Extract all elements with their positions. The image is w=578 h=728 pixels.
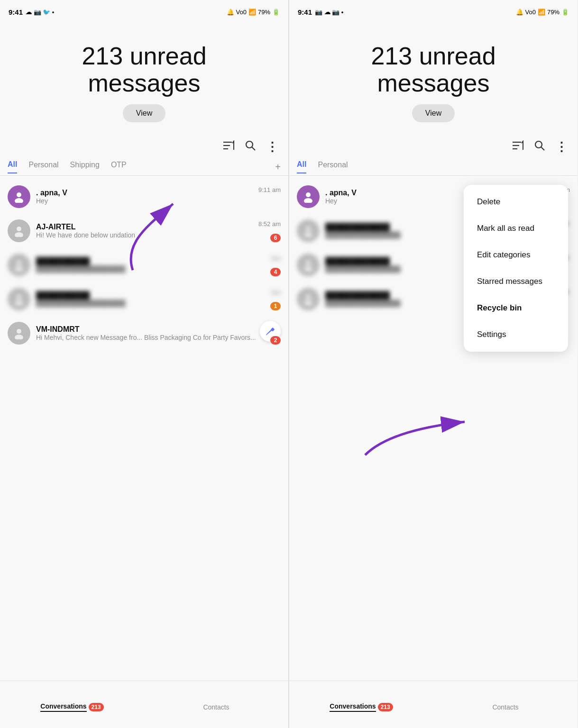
avatar-blurred1 <box>8 254 30 276</box>
badge-blurred1: 4 <box>270 268 281 276</box>
svg-point-12 <box>15 300 23 305</box>
svg-point-11 <box>17 295 21 300</box>
dropdown-starred-messages[interactable]: Starred messages <box>464 268 568 295</box>
unread-count-right: 213 unreadmessages <box>318 43 549 97</box>
tab-personal-right[interactable]: Personal <box>318 161 348 173</box>
toolbar-right: ⋮ <box>289 132 578 158</box>
status-icons-left: 🔔 Vo0 📶 79% 🔋 <box>227 9 280 16</box>
contact-item-blurred1: ██████████ ███████████████████ Jun 4 <box>0 248 288 282</box>
status-bar-right: 9:41 📷 ☁ 📷 • 🔔 Vo0 📶 79% 🔋 <box>289 0 578 24</box>
avatar-blurred-r3 <box>297 288 320 310</box>
avatar-apna <box>8 185 30 208</box>
unread-header-right: 213 unreadmessages View <box>289 24 578 132</box>
dropdown-edit-categories[interactable]: Edit categories <box>464 242 568 268</box>
dropdown-delete[interactable]: Delete <box>464 189 568 215</box>
nav-contacts-label-left: Contacts <box>203 703 229 711</box>
avatar-blurred2 <box>8 288 30 310</box>
more-icon-right[interactable]: ⋮ <box>555 140 568 155</box>
svg-point-3 <box>246 141 253 148</box>
contact-item-vmindmrt[interactable]: VM-INDMRT Hi Mehvi, Check new Message fr… <box>0 316 288 350</box>
contact-info-airtel: AJ-AIRTEL Hi! We have done below undatio… <box>36 223 281 239</box>
nav-contacts-left[interactable]: Contacts <box>144 681 288 728</box>
dropdown-menu: Delete Mark all as read Edit categories … <box>464 185 568 352</box>
tab-add-left[interactable]: + <box>275 162 281 173</box>
dropdown-mark-all-read[interactable]: Mark all as read <box>464 215 568 242</box>
svg-line-4 <box>252 147 256 151</box>
contact-time-airtel: 8:52 am <box>258 220 281 228</box>
svg-point-8 <box>15 232 23 237</box>
nav-conversations-right[interactable]: Conversations 213 <box>289 681 433 728</box>
dropdown-settings[interactable]: Settings <box>464 321 568 348</box>
left-phone-panel: 9:41 ☁ 📷 🐦 • 🔔 Vo0 📶 79% 🔋 213 unreadmes… <box>0 0 289 728</box>
contact-name-airtel: AJ-AIRTEL <box>36 223 281 231</box>
svg-point-28 <box>306 295 311 300</box>
svg-point-23 <box>304 198 312 203</box>
svg-point-10 <box>15 266 23 271</box>
nav-contacts-label-right: Contacts <box>492 703 518 711</box>
sort-icon-right[interactable] <box>512 140 524 154</box>
dropdown-recycle-bin[interactable]: Recycle bin <box>464 295 568 321</box>
svg-line-21 <box>541 147 545 151</box>
svg-point-24 <box>306 227 311 231</box>
badge-vmindmrt: 2 <box>270 336 281 345</box>
nav-conversations-badge-left: 213 <box>89 703 104 711</box>
view-button-left[interactable]: View <box>123 104 165 122</box>
svg-point-9 <box>17 261 21 265</box>
avatar-apna-right <box>297 185 320 208</box>
nav-conversations-badge-right: 213 <box>378 703 393 711</box>
avatar-vmindmrt <box>8 322 30 345</box>
search-icon-right[interactable] <box>533 139 546 155</box>
sort-icon-left[interactable] <box>222 140 235 154</box>
right-phone-panel: 9:41 📷 ☁ 📷 • 🔔 Vo0 📶 79% 🔋 213 unreadmes… <box>289 0 578 728</box>
tabs-left: All Personal Shipping OTP + <box>0 158 288 176</box>
contact-time-apna: 9:11 am <box>258 186 281 193</box>
svg-point-29 <box>304 300 312 305</box>
svg-point-14 <box>15 335 23 339</box>
svg-point-5 <box>17 192 21 197</box>
more-icon-left[interactable]: ⋮ <box>266 140 279 155</box>
badge-blurred2: 1 <box>270 302 281 310</box>
svg-point-26 <box>306 261 311 265</box>
tab-all-left[interactable]: All <box>8 160 17 173</box>
bottom-nav-left: Conversations 213 Contacts <box>0 681 288 728</box>
svg-point-20 <box>535 141 542 148</box>
nav-conversations-left[interactable]: Conversations 213 <box>0 681 144 728</box>
contact-info-vmindmrt: VM-INDMRT Hi Mehvi, Check new Message fr… <box>36 325 281 341</box>
contact-preview-vmindmrt: Hi Mehvi, Check new Message fro... Bliss… <box>36 334 281 341</box>
avatar-blurred-r2 <box>297 254 320 276</box>
search-icon-left[interactable] <box>244 139 257 155</box>
tab-shipping-left[interactable]: Shipping <box>70 161 100 173</box>
contact-preview-apna: Hey <box>36 197 281 205</box>
unread-count-left: 213 unreadmessages <box>28 43 260 97</box>
contact-info-blurred1: ██████████ ███████████████████ <box>36 257 281 273</box>
bottom-nav-right: Conversations 213 Contacts <box>289 681 578 728</box>
status-time-left: 9:41 ☁ 📷 🐦 • <box>9 8 54 16</box>
contact-time-blurred1: Jun <box>271 255 281 262</box>
tab-all-right[interactable]: All <box>297 160 306 173</box>
contact-info-blurred2: ██████████ ███████████████████ <box>36 291 281 307</box>
status-time-right: 9:41 📷 ☁ 📷 • <box>298 8 343 16</box>
contact-item-airtel[interactable]: AJ-AIRTEL Hi! We have done below undatio… <box>0 214 288 248</box>
svg-point-25 <box>304 232 312 237</box>
svg-point-6 <box>15 198 23 203</box>
view-button-right[interactable]: View <box>412 104 455 122</box>
toolbar-left: ⋮ <box>0 132 288 158</box>
avatar-blurred-r1 <box>297 219 320 242</box>
tab-personal-left[interactable]: Personal <box>28 161 58 173</box>
svg-point-27 <box>304 266 312 271</box>
badge-airtel: 6 <box>270 234 281 242</box>
contact-item-apna[interactable]: . apna, V Hey 9:11 am <box>0 180 288 214</box>
status-icons-right: 🔔 Vo0 📶 79% 🔋 <box>516 9 569 16</box>
contact-name-apna: . apna, V <box>36 189 281 197</box>
contact-item-blurred2: ██████████ ███████████████████ Jun 1 <box>0 282 288 316</box>
tabs-right: All Personal <box>289 158 578 176</box>
nav-contacts-right[interactable]: Contacts <box>433 681 578 728</box>
svg-point-13 <box>17 329 21 334</box>
nav-conversations-label-right: Conversations <box>330 702 376 712</box>
status-bar-left: 9:41 ☁ 📷 🐦 • 🔔 Vo0 📶 79% 🔋 <box>0 0 288 24</box>
contact-info-apna: . apna, V Hey <box>36 189 281 205</box>
tab-otp-left[interactable]: OTP <box>111 161 127 173</box>
svg-point-22 <box>306 192 311 197</box>
avatar-airtel <box>8 219 30 242</box>
contact-name-vmindmrt: VM-INDMRT <box>36 325 281 334</box>
